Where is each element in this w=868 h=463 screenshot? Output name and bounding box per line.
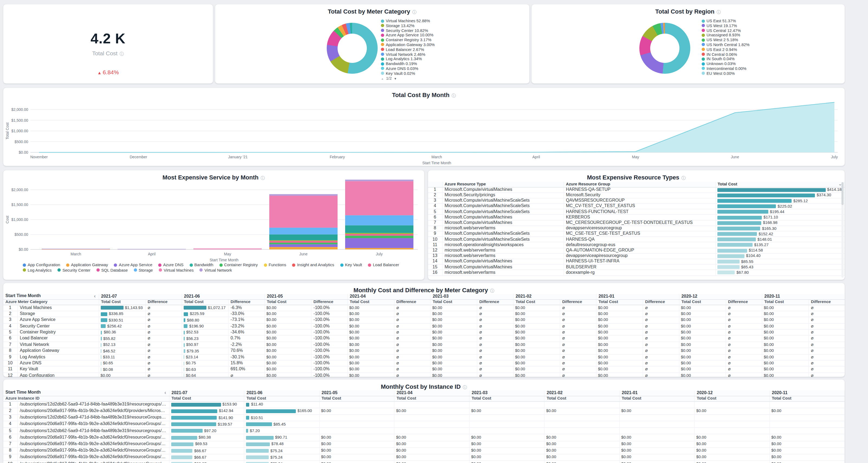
table-row[interactable]: 4/subscriptions/20d6a917-99fa-4b1b-9b2e-… <box>3 421 844 428</box>
subcol-total-cost[interactable]: Total Cost <box>544 396 619 401</box>
legend-item[interactable]: Bandwidth 0.19% <box>381 62 435 66</box>
legend-item[interactable]: Storage 13.42% <box>381 24 435 28</box>
table-row[interactable]: 9Log Analytics$33.11⌀$23.14-30.1%$0.00-1… <box>3 354 845 360</box>
table-row[interactable]: 13microsoft.web/serverfarmsdevappservice… <box>428 254 844 259</box>
subcol-total-cost[interactable]: Total Cost <box>319 396 394 401</box>
row-header[interactable]: Azure Meter Category <box>3 299 99 305</box>
table-row[interactable]: 1Microsoft.Compute/virtualMachinesHARNES… <box>428 187 844 193</box>
subcol-total-cost[interactable]: Total Cost <box>679 299 725 305</box>
table-row[interactable]: 10Azure DNS$0.65⌀$0.7515.8%$0.00-100.0%$… <box>3 360 845 367</box>
month-header[interactable]: 2021-07 <box>99 294 182 299</box>
bar-segment[interactable] <box>345 234 413 236</box>
bar-segment[interactable] <box>269 194 338 196</box>
legend-item[interactable]: Virtual Machines <box>159 268 194 272</box>
month-header[interactable]: 2020-12 <box>679 294 762 299</box>
month-header[interactable]: 2021-04 <box>394 390 469 396</box>
month-header[interactable]: 2021-02 <box>544 390 619 396</box>
month-header[interactable]: 2020-11 <box>769 390 844 396</box>
subcol-difference[interactable]: Difference <box>311 299 347 305</box>
area-fill[interactable] <box>39 102 834 152</box>
subcol-total-cost[interactable]: Total Cost <box>347 299 394 305</box>
info-icon[interactable]: ⓘ <box>463 385 467 390</box>
subcol-total-cost[interactable]: Total Cost <box>182 299 228 305</box>
month-header[interactable]: 2021-02 <box>513 294 596 299</box>
legend-item[interactable]: Virtual Network 2.46% <box>381 52 435 56</box>
subcol-total-cost[interactable]: Total Cost <box>430 299 477 305</box>
table-row[interactable]: 10Microsoft.Compute/virtualMachineScaleS… <box>428 237 844 242</box>
table-row[interactable]: 5Microsoft.Compute/virtualMachineScaleSe… <box>428 209 844 215</box>
region-donut-chart[interactable] <box>639 23 690 74</box>
column-header[interactable]: Azure Resource Group <box>563 182 715 187</box>
info-icon[interactable]: ⓘ <box>120 52 124 56</box>
legend-item[interactable]: US North Central 1.82% <box>702 43 750 47</box>
table-row[interactable]: 12microsoft.web/serverfarmsQA-AUTOMATION… <box>428 248 844 253</box>
bar-segment[interactable] <box>269 242 338 244</box>
bar-segment[interactable] <box>345 233 413 234</box>
month-header[interactable]: 2021-06 <box>182 294 265 299</box>
bar-segment[interactable] <box>269 247 338 250</box>
subcol-difference[interactable]: Difference <box>560 299 596 305</box>
table-row[interactable]: 1Virtual Machines$1,143.93⌀$1,072.17-6.3… <box>3 305 845 311</box>
table-row[interactable]: 12App Configuration$0.00⌀$0.64⌀$0.00-100… <box>3 373 845 377</box>
month-header[interactable]: 2021-03 <box>469 390 544 396</box>
legend-item[interactable]: Azure DNS <box>158 263 183 267</box>
table-row[interactable]: 1/subscriptions/12d2db62-5aa9-471d-84bb-… <box>3 401 844 408</box>
legend-item[interactable]: Container Registry <box>219 263 258 267</box>
legend-item[interactable]: Load Balancer <box>368 263 399 267</box>
bar-segment[interactable] <box>118 249 186 250</box>
table-row[interactable]: 8microsoft.web/serverfarmsdevappservicer… <box>428 226 844 231</box>
bar-segment[interactable] <box>345 248 413 250</box>
table-row[interactable]: 16microsoft.web/serverfarmsdocexample-rg… <box>428 270 844 276</box>
bar-segment[interactable] <box>193 249 262 250</box>
table-row[interactable]: 3Microsoft.Compute/virtualMachineScaleSe… <box>428 198 844 204</box>
table-row[interactable]: 7/subscriptions/20d6a917-99fa-4b1b-9b2e-… <box>3 441 844 447</box>
info-icon[interactable]: ⓘ <box>717 10 721 15</box>
info-icon[interactable]: ⓘ <box>452 93 456 98</box>
month-header[interactable]: 2021-05 <box>319 390 394 396</box>
table-row[interactable]: 2Microsoft.Security/pricingsMicrosoft.Se… <box>428 193 844 198</box>
table-row[interactable]: 2Storage$336.85⌀$225.59-33.0%$0.00-100.0… <box>3 311 845 317</box>
scrollbar-thumb[interactable] <box>841 182 844 205</box>
table-row[interactable]: 8Application Gateway$46.52⌀$79.3570.6%$0… <box>3 348 845 354</box>
subcol-total-cost[interactable]: Total Cost <box>513 299 560 305</box>
month-header[interactable]: 2020-12 <box>694 390 769 396</box>
month-header[interactable]: 2021-05 <box>265 294 347 299</box>
subcol-difference[interactable]: Difference <box>477 299 513 305</box>
subcol-total-cost[interactable]: Total Cost <box>769 396 844 401</box>
table-row[interactable]: 6Load Balancer$55.82⌀$56.230.7%$0.00-100… <box>3 336 845 342</box>
legend-item[interactable]: App Configuration <box>23 263 60 267</box>
subcol-total-cost[interactable]: Total Cost <box>265 299 311 305</box>
legend-item[interactable]: Application Gateway <box>66 263 108 267</box>
bar-segment[interactable] <box>345 238 413 248</box>
subcol-total-cost[interactable]: Total Cost <box>99 299 145 305</box>
table-row[interactable]: 6/subscriptions/20d6a917-99fa-4b1b-9b2e-… <box>3 434 844 441</box>
month-header[interactable]: 2021-04 <box>347 294 430 299</box>
table-row[interactable]: 14Microsoft.Compute/virtualMachinesHARNE… <box>428 259 844 264</box>
pager-down-icon[interactable]: ▼ <box>394 77 397 80</box>
legend-item[interactable]: SQL Database <box>96 268 128 272</box>
subcol-total-cost[interactable]: Total Cost <box>596 299 643 305</box>
scroll-left-icon[interactable]: ‹ <box>94 294 96 299</box>
legend-item[interactable]: Security Center 10.82% <box>381 28 435 32</box>
subcol-difference[interactable]: Difference <box>643 299 679 305</box>
info-icon[interactable]: ⓘ <box>260 176 265 180</box>
legend-item[interactable]: US West 19.17% <box>702 24 750 28</box>
subcol-difference[interactable]: Difference <box>228 299 265 305</box>
subcol-total-cost[interactable]: Total Cost <box>469 396 544 401</box>
table-row[interactable]: 10/subscriptions/20d6a917-99fa-4b1b-9b2e… <box>3 461 844 463</box>
subcol-total-cost[interactable]: Total Cost <box>694 396 769 401</box>
legend-item[interactable]: US East 51.37% <box>702 19 750 23</box>
table-row[interactable]: 2/subscriptions/20d6a917-99fa-4b1b-9b2e-… <box>3 408 844 414</box>
legend-item[interactable]: IN Central 0.06% <box>702 52 750 56</box>
table-row[interactable]: 7Microsoft.Compute/virtualMachinesMC_CER… <box>428 220 844 226</box>
table-row[interactable]: 11microsoft.operationalinsights/workspac… <box>428 242 844 248</box>
bar-segment[interactable] <box>345 181 413 215</box>
table-row[interactable]: 9Microsoft.Compute/virtualMachineScaleSe… <box>428 231 844 237</box>
subcol-difference[interactable]: Difference <box>145 299 182 305</box>
table-row[interactable]: 11Key Vault$0.08⌀$0.63691.0%$0.00-100.0%… <box>3 367 845 373</box>
legend-item[interactable]: Unassigned 8.93% <box>702 33 750 37</box>
scrollbar[interactable] <box>841 182 844 278</box>
info-icon[interactable]: ⓘ <box>490 288 494 293</box>
subcol-difference[interactable]: Difference <box>394 299 430 305</box>
subcol-total-cost[interactable]: Total Cost <box>244 396 319 401</box>
